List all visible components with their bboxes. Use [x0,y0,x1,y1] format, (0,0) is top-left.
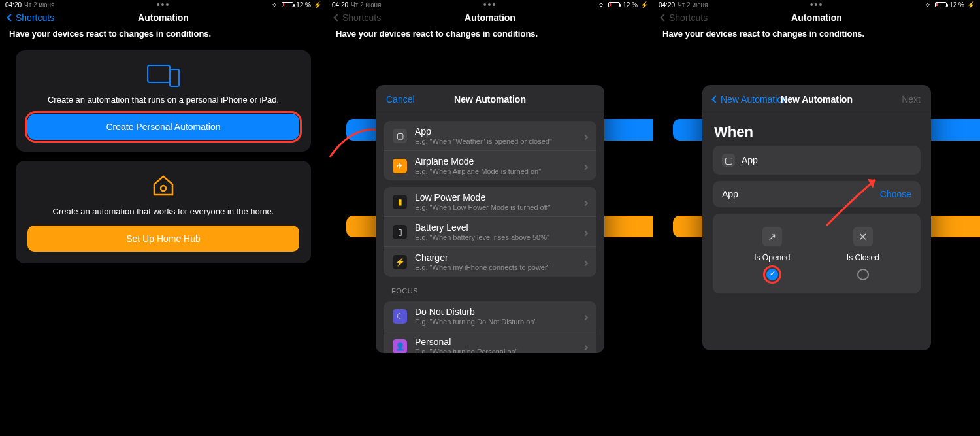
status-date: Чт 2 июня [24,1,54,8]
home-text: Create an automation that works for ever… [53,207,274,216]
more-icon: ••• [810,0,824,10]
app-field-label: App [722,189,738,199]
trigger-personal[interactable]: 👤 PersonalE.g. "When turning Personal on… [384,331,596,353]
devices-icon [147,62,180,87]
low-battery-icon: ⚡ [314,1,321,8]
home-card: Create an automation that works for ever… [16,161,311,263]
opened-radio[interactable] [766,269,778,280]
home-icon [150,173,176,199]
more-icon: ••• [157,0,171,10]
status-bar: 04:20 Чт 2 июня ••• ᯤ 12 % ⚡ [0,0,327,9]
modal-header: Cancel New Automation [376,85,604,114]
li-sub: E.g. "When turning Do Not Disturb on" [415,318,583,326]
create-personal-button[interactable]: Create Personal Automation [27,114,299,140]
back-label: Shortcuts [669,12,708,23]
status-time: 04:20 [659,1,675,8]
battery-level-icon: ▯ [393,225,407,239]
when-app-label: App [742,155,758,165]
page-title: Automation [138,12,189,23]
li-sub: E.g. "When "Weather" is opened or closed… [415,137,583,145]
opened-icon: ↗ [762,227,782,246]
status-date: Чт 2 июня [678,1,708,8]
li-sub: E.g. "When my iPhone connects to power" [415,263,583,271]
status-bar: 04:20Чт 2 июня ••• ᯤ12 %⚡ [653,0,980,9]
wifi-icon: ᯤ [599,1,606,8]
personal-card: Create an automation that runs on a pers… [16,50,311,152]
battery-icon [282,2,293,7]
closed-radio[interactable] [857,269,869,280]
modal-back-button[interactable]: New Automation [713,94,787,105]
trigger-airplane[interactable]: ✈ Airplane ModeE.g. "When Airplane Mode … [384,151,596,180]
page-title: Automation [465,12,515,23]
app-icon: ▢ [393,129,407,143]
lowpower-icon: ▮ [393,195,407,209]
status-time: 04:20 [5,1,22,8]
battery-icon [608,2,620,7]
opened-label: Is Opened [754,253,790,262]
li-title: Do Not Disturb [415,307,583,317]
li-sub: E.g. "When turning Personal on" [415,348,583,353]
trigger-group-2: ▮ Low Power ModeE.g. "When Low Power Mod… [384,187,596,277]
status-time: 04:20 [332,1,348,8]
chevron-left-icon [7,14,14,21]
modal-title: New Automation [454,94,526,105]
low-battery-icon: ⚡ [967,1,975,8]
setup-home-button[interactable]: Set Up Home Hub [27,226,299,252]
li-sub: E.g. "When battery level rises above 50%… [415,233,583,241]
trigger-charger[interactable]: ⚡ ChargerE.g. "When my iPhone connects t… [384,247,596,277]
status-date: Чт 2 июня [351,1,381,8]
more-icon: ••• [483,0,497,10]
battery-pct: 12 % [296,1,311,8]
wifi-icon: ᯤ [926,1,932,8]
trigger-dnd[interactable]: ☾ Do Not DisturbE.g. "When turning Do No… [384,301,596,331]
subtitle: Have your devices react to changes in co… [327,26,653,41]
trigger-group-focus: ☾ Do Not DisturbE.g. "When turning Do No… [384,301,596,353]
back-button[interactable]: Shortcuts [8,12,54,23]
chevron-right-icon [583,160,587,172]
trigger-group-1: ▢ AppE.g. "When "Weather" is opened or c… [384,121,596,180]
modal-back-label: New Automation [721,94,787,105]
chevron-right-icon [583,310,587,322]
charger-icon: ⚡ [393,255,407,269]
modal-header: New Automation New Automation Next [702,85,931,114]
closed-icon: ✕ [853,227,873,246]
option-opened[interactable]: ↗ Is Opened [754,227,790,280]
svg-point-0 [161,186,166,191]
personal-icon: 👤 [393,339,407,354]
chevron-right-icon [583,226,587,238]
page-title: Automation [791,12,842,23]
li-title: Personal [415,337,583,347]
option-closed[interactable]: ✕ Is Closed [847,227,879,280]
battery-pct: 12 % [949,1,964,8]
app-choose-row[interactable]: App Choose [713,181,921,207]
airplane-icon: ✈ [393,159,407,173]
li-title: Battery Level [415,222,583,233]
li-sub: E.g. "When Low Power Mode is turned off" [415,203,583,211]
back-button: Shortcuts [661,12,708,23]
chevron-left-icon [333,14,340,21]
subtitle: Have your devices react to changes in co… [0,26,327,41]
subtitle: Have your devices react to changes in co… [653,26,980,41]
app-icon: ▢ [722,154,735,167]
closed-label: Is Closed [847,253,879,262]
focus-section-label: FOCUS [391,287,604,295]
cancel-button[interactable]: Cancel [386,94,415,105]
personal-text: Create an automation that runs on a pers… [48,95,279,105]
low-battery-icon: ⚡ [640,1,648,8]
battery-pct: 12 % [623,1,638,8]
li-title: Low Power Mode [415,192,583,203]
back-button: Shortcuts [335,12,381,23]
chevron-right-icon [583,130,587,142]
trigger-lowpower[interactable]: ▮ Low Power ModeE.g. "When Low Power Mod… [384,187,596,217]
battery-icon [935,2,947,7]
back-label: Shortcuts [16,12,54,23]
trigger-app[interactable]: ▢ AppE.g. "When "Weather" is opened or c… [384,121,596,151]
when-header: When [702,114,931,146]
modal-title: New Automation [781,94,853,105]
li-sub: E.g. "When Airplane Mode is turned on" [415,167,583,175]
chevron-right-icon [583,196,587,208]
chevron-right-icon [583,341,587,352]
li-title: App [415,126,583,137]
trigger-battery[interactable]: ▯ Battery LevelE.g. "When battery level … [384,217,596,247]
choose-button[interactable]: Choose [880,189,911,199]
